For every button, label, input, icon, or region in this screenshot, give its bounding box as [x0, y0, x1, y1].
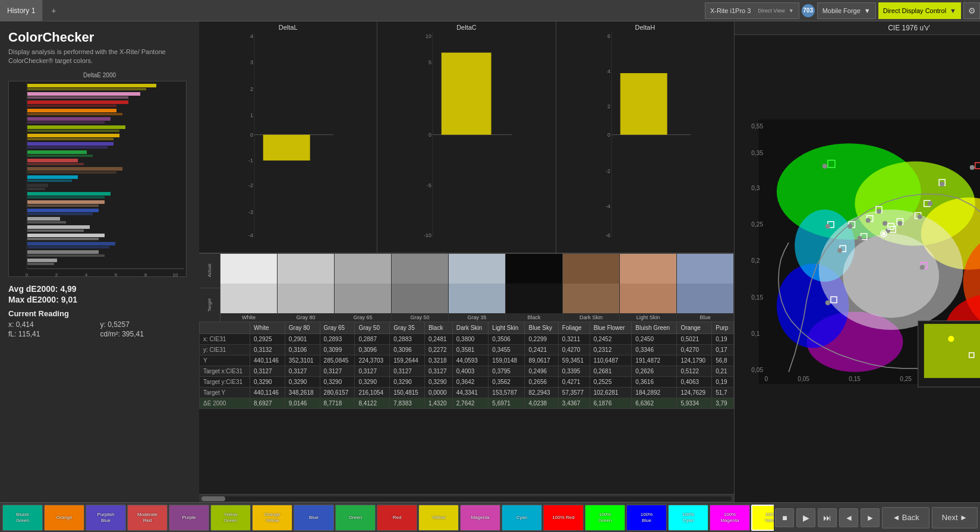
svg-rect-32 [27, 184, 48, 187]
gear-button[interactable]: ⚙ [963, 2, 980, 19]
svg-point-140 [825, 300, 830, 305]
swatch-name-0: White [220, 313, 277, 322]
svg-rect-27 [27, 163, 84, 165]
table-cell-r6c0: 8,6927 [250, 398, 285, 409]
table-cell-r5c7: 153,5787 [489, 388, 525, 398]
main-content: ColorChecker Display analysis is perform… [0, 21, 980, 502]
table-cell-r4c9: 0,4271 [558, 377, 590, 388]
color-chip-8[interactable]: Green [335, 505, 376, 531]
svg-text:-4: -4 [248, 232, 253, 238]
svg-text:0,35: 0,35 [751, 150, 763, 156]
play-button[interactable]: ▶ [796, 508, 815, 527]
table-cell-r0c6: 0,3800 [452, 334, 489, 345]
color-chip-14[interactable]: 100% Green [585, 505, 625, 531]
skip-button[interactable]: ⏭ [818, 508, 837, 527]
svg-rect-63 [263, 135, 310, 160]
svg-text:-5: -5 [427, 182, 431, 188]
color-chip-2[interactable]: Purplish Blue [86, 505, 126, 531]
swatch-target-7 [620, 284, 676, 313]
svg-rect-28 [27, 167, 122, 171]
table-cell-r3c5: 0,3127 [424, 366, 452, 377]
table-cell-r4c4: 0,3290 [390, 377, 425, 388]
table-row: y: CIE310,31320,31060,30990,30960,30960,… [200, 345, 734, 355]
instrument-selector[interactable]: X-Rite i1Pro 3 Direct View ▼ [705, 2, 799, 19]
color-chip-12[interactable]: Cyan [502, 505, 542, 531]
center-panel: DeltaL 4 3 2 1 0 -1 -2 -3 [199, 21, 734, 502]
color-chip-7[interactable]: Blue [294, 505, 334, 531]
deltae-bar-chart: 0 2 4 6 8 10 [9, 81, 187, 277]
scroll-thumb[interactable] [201, 496, 225, 501]
svg-text:-2: -2 [606, 168, 610, 174]
table-cell-r2c12: 124,1790 [677, 355, 712, 366]
forward-arrow-button[interactable]: ► [861, 508, 880, 527]
color-chip-1[interactable]: Orange [44, 505, 84, 531]
table-cell-r1c6: 0,3581 [452, 345, 489, 355]
table-cell-r1c3: 0,3096 [355, 345, 390, 355]
color-chip-13[interactable]: 100% Red [543, 505, 584, 531]
table-cell-r6c3: 8,4122 [355, 398, 390, 409]
color-chip-5[interactable]: Yellow Green [210, 505, 251, 531]
color-chip-9[interactable]: Red [377, 505, 417, 531]
direct-display-selector[interactable]: Direct Display Control ▼ [878, 2, 961, 19]
swatch-name-4: Gray 35 [449, 313, 505, 322]
deltaL-chart: DeltaL 4 3 2 1 0 -1 -2 -3 [199, 21, 377, 253]
table-cell-r6c11: 6,6362 [632, 398, 677, 409]
color-chip-15[interactable]: 100% Blue [626, 505, 667, 531]
table-cell-r4c6: 0,3642 [452, 377, 489, 388]
direct-display-chevron-icon: ▼ [950, 7, 956, 14]
svg-rect-31 [27, 180, 72, 182]
svg-rect-14 [27, 109, 116, 112]
table-cell-r1c0: 0,3132 [250, 345, 285, 355]
color-chip-10[interactable]: Yellow [418, 505, 459, 531]
svg-text:-10: -10 [424, 232, 431, 238]
color-chip-4[interactable]: Purple [169, 505, 209, 531]
data-table-wrap[interactable]: WhiteGray 80Gray 65Gray 50Gray 35BlackDa… [199, 322, 734, 494]
svg-point-132 [847, 224, 852, 229]
current-reading-title: Current Reading [8, 309, 191, 318]
deltae-label: DeltaE 2000 [8, 72, 191, 78]
table-scrollbar[interactable] [199, 494, 734, 502]
swatch-item-5: Black [506, 254, 563, 322]
svg-rect-50 [27, 259, 57, 262]
svg-point-147 [948, 336, 954, 342]
add-tab-button[interactable]: + [45, 2, 62, 19]
color-chip-3[interactable]: Moderate Red [127, 505, 168, 531]
color-chip-6[interactable]: Orange Yellow [252, 505, 292, 531]
svg-rect-34 [27, 192, 111, 196]
svg-point-122 [928, 201, 932, 206]
color-chip-16[interactable]: 100% Cyan [668, 505, 708, 531]
svg-rect-16 [27, 117, 111, 121]
svg-text:10: 10 [173, 272, 178, 277]
table-cell-r0c7: 0,3506 [489, 334, 525, 345]
swatch-actual-2 [335, 254, 391, 284]
history-tab[interactable]: History 1 [0, 0, 43, 21]
direct-display-label: Direct Display Control [883, 7, 946, 14]
color-chip-17[interactable]: 100% Magenta [710, 505, 750, 531]
color-chip-18[interactable]: 100% Yellow [751, 505, 774, 531]
table-cell-r5c2: 280,6157 [320, 388, 355, 398]
svg-text:0: 0 [250, 132, 253, 138]
row-label-4: Target y:CIE31 [200, 377, 250, 388]
table-cell-r5c10: 102,6281 [590, 388, 632, 398]
table-cell-r4c8: 0,2656 [525, 377, 558, 388]
swatch-item-3: Gray 50 [392, 254, 449, 322]
svg-point-120 [918, 215, 922, 219]
svg-point-130 [857, 236, 862, 241]
back-button[interactable]: ◄ Back [882, 507, 929, 528]
table-cell-r2c1: 352,3101 [285, 355, 320, 366]
table-header-11: Blue Flower [590, 322, 632, 334]
fl-value: fL: 115,41 [8, 330, 99, 338]
mobile-forge-selector[interactable]: Mobile Forge ▼ [817, 2, 876, 19]
cdm2-value: cd/m²: 395,41 [100, 330, 191, 338]
next-button[interactable]: Next ► [932, 507, 978, 528]
color-chip-11[interactable]: Magenta [460, 505, 500, 531]
stop-button[interactable]: ■ [775, 508, 794, 527]
table-cell-r0c0: 0,2925 [250, 334, 285, 345]
row-label-2: Y [200, 355, 250, 366]
color-chip-0[interactable]: Bluish Green [2, 505, 43, 531]
back-arrow-button[interactable]: ◄ [839, 508, 858, 527]
svg-text:8: 8 [144, 272, 147, 277]
svg-text:2: 2 [250, 86, 253, 92]
svg-rect-49 [27, 254, 105, 257]
swatch-actual-3 [392, 254, 448, 284]
